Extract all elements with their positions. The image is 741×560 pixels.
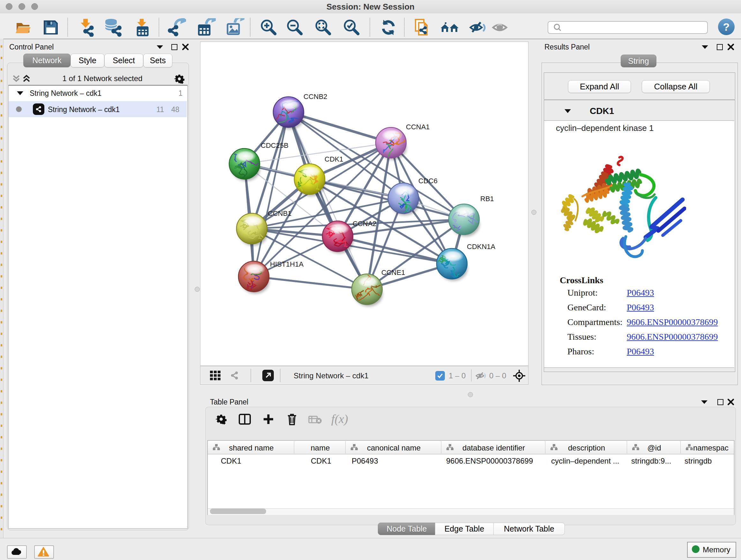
svg-text:CCNB1: CCNB1 xyxy=(268,209,292,217)
svg-text:CCNE1: CCNE1 xyxy=(381,268,405,276)
svg-text:CDC6: CDC6 xyxy=(418,177,437,185)
svg-text:CCNB2: CCNB2 xyxy=(304,92,327,101)
svg-text:HIST1H1A: HIST1H1A xyxy=(270,260,304,268)
svg-text:CCNA2: CCNA2 xyxy=(353,220,377,228)
svg-text:CDC25B: CDC25B xyxy=(261,141,288,149)
svg-text:RB1: RB1 xyxy=(480,195,494,203)
svg-text:CDK1: CDK1 xyxy=(325,155,343,163)
svg-text:CCNA1: CCNA1 xyxy=(406,123,430,131)
svg-text:CDKN1A: CDKN1A xyxy=(467,243,495,251)
